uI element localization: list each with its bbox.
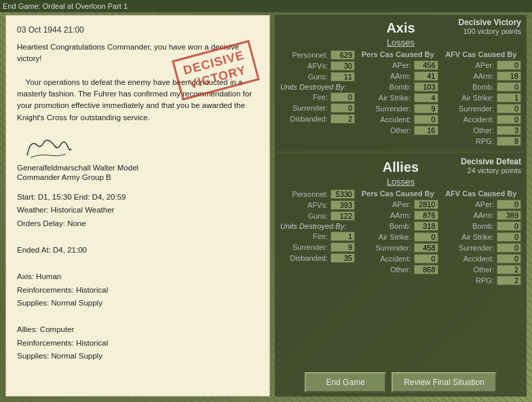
- axis-afv-rpg: RPG: 8: [441, 136, 522, 146]
- axis-afv-bomb: Bomb: 0: [441, 82, 522, 92]
- allies-afvs-value: 393: [330, 200, 355, 210]
- game-ended-at: Ended At: D4, 21:00: [17, 244, 259, 257]
- allies-afv-accident: Accident: 0: [441, 254, 522, 263]
- axis-left-stats: Personnel: 629 AFVs: 30 Guns: 11 Units D…: [280, 50, 355, 147]
- allies-units-destroyed-header: Units Destroyed By:: [280, 222, 355, 230]
- allies-losses-title: Losses: [280, 177, 521, 187]
- axis-afv-other: Other: 3: [441, 126, 522, 135]
- axis-personnel-label: Personnel:: [280, 51, 330, 59]
- allies-disbanded-label: Disbanded:: [280, 254, 330, 262]
- allies-fire-row: Fire: 1: [280, 232, 355, 241]
- axis-disbanded-label: Disbanded:: [280, 115, 330, 123]
- signature-area: Generalfeldmarschall Walter Model Comman…: [17, 132, 259, 181]
- allies-reinf: Reinforcements: Historical: [17, 337, 259, 350]
- axis-guns-label: Guns:: [280, 73, 330, 81]
- allies-defeat-label: Decisive Defeat: [461, 157, 521, 166]
- axis-guns-row: Guns: 11: [280, 72, 355, 81]
- allies-afvs-label: AFVs:: [280, 201, 330, 209]
- end-game-button[interactable]: End Game: [305, 372, 386, 392]
- allies-guns-value: 122: [330, 211, 355, 221]
- axis-afvs-label: AFVs:: [280, 62, 330, 70]
- axis-supply: Supplies: Normal Supply: [17, 297, 259, 310]
- axis-fire-row: Fire: 0: [280, 92, 355, 102]
- axis-pers-other: Other: 16: [358, 126, 438, 135]
- allies-left-stats: Personnel: 5330 AFVs: 393 Guns: 122 Unit…: [280, 189, 355, 287]
- allies-afv-bomb: Bomb: 0: [441, 221, 522, 231]
- axis-fire-label: Fire:: [280, 93, 330, 101]
- game-orders-delay: Orders Delay: None: [17, 217, 259, 231]
- allies-disbanded-value: 35: [330, 253, 355, 263]
- allies-pers-accident: Accident: 0: [358, 254, 438, 263]
- axis-losses-title: Losses: [280, 37, 521, 48]
- allies-fire-value: 1: [330, 232, 355, 241]
- axis-afv-aarm: AArm: 18: [441, 71, 522, 81]
- axis-victory-label: Decisive Victory: [458, 18, 521, 27]
- axis-pers-accident: Accident: 0: [358, 115, 438, 124]
- letter-panel: DECISIVE VICTORY 03 Oct 1944 21:00 Heart…: [5, 15, 270, 397]
- axis-afv-cas-section: AFV Cas Caused By APer: 0 AArm: 18 Bomb:…: [441, 50, 522, 147]
- allies-guns-label: Guns:: [280, 212, 330, 220]
- allies-afv-other: Other: 2: [441, 265, 522, 274]
- signature-name-2: Commander Army Group B: [17, 173, 259, 181]
- bottom-buttons: End Game Review Final Situation: [275, 372, 527, 392]
- game-info: Start: D1, 15:30 End: D4, 20:59 Weather:…: [17, 191, 259, 363]
- allies-pers-surrender: Surrender: 458: [358, 243, 438, 253]
- allies-afv-airstrike: Air Strike: 0: [441, 232, 522, 242]
- signature-name-1: Generalfeldmarschall Walter Model: [17, 164, 259, 172]
- allies-afv-cas-title: AFV Cas Caused By: [441, 189, 522, 198]
- review-final-situation-button[interactable]: Review Final Situation: [392, 372, 497, 392]
- axis-pers-aper: APer: 456: [358, 60, 438, 70]
- axis-afv-accident: Accident: 0: [441, 115, 522, 124]
- axis-afv-aper: APer: 0: [441, 60, 522, 70]
- allies-surrender-value: 9: [330, 242, 355, 252]
- axis-type: Axis: Human: [17, 270, 259, 284]
- axis-reinf: Reinforcements: Historical: [17, 284, 259, 297]
- allies-afv-aper: APer: 0: [441, 200, 522, 209]
- allies-surrender-label: Surrender:: [280, 243, 330, 251]
- allies-pers-aper: APer: 2810: [358, 200, 438, 209]
- allies-pers-bomb: Bomb: 318: [358, 221, 438, 231]
- allies-defeat-info: Decisive Defeat 24 victory points: [461, 157, 521, 175]
- allies-stats-container: Personnel: 5330 AFVs: 393 Guns: 122 Unit…: [280, 189, 521, 287]
- allies-wrapper: Decisive Defeat 24 victory points Allies…: [275, 154, 527, 289]
- axis-afv-airstrike: Air Strike: 1: [441, 93, 522, 103]
- axis-victory-points: 100 victory points: [458, 27, 521, 35]
- axis-stats-container: Personnel: 629 AFVs: 30 Guns: 11 Units D…: [280, 50, 521, 147]
- allies-afvs-row: AFVs: 393: [280, 200, 355, 210]
- allies-guns-row: Guns: 122: [280, 211, 355, 221]
- title-bar: End Game: Ordeal at Overloon Part 1: [0, 0, 532, 12]
- axis-afv-surrender: Surrender: 0: [441, 104, 522, 113]
- title-bar-text: End Game: Ordeal at Overloon Part 1: [3, 2, 128, 10]
- allies-afv-aarm: AArm: 389: [441, 211, 522, 220]
- allies-personnel-value: 5330: [330, 189, 355, 199]
- axis-disbanded-value: 2: [330, 114, 355, 124]
- axis-pers-bomb: Bomb: 103: [358, 82, 438, 92]
- axis-surrender-label: Surrender:: [280, 104, 330, 112]
- axis-units-destroyed-header: Units Destroyed By:: [280, 83, 355, 91]
- allies-personnel-label: Personnel:: [280, 190, 330, 198]
- game-start: Start: D1, 15:30 End: D4, 20:59: [17, 191, 259, 204]
- allies-pers-cas-section: Pers Cas Caused By APer: 2810 AArm: 876 …: [358, 189, 438, 287]
- allies-surrender-row: Surrender: 9: [280, 242, 355, 252]
- allies-pers-cas-title: Pers Cas Caused By: [358, 189, 438, 198]
- game-weather: Weather: Historical Weather: [17, 204, 259, 217]
- axis-guns-value: 11: [330, 72, 355, 81]
- allies-supply: Supplies: Normal Supply: [17, 350, 259, 363]
- allies-disbanded-row: Disbanded: 35: [280, 253, 355, 263]
- allies-pers-airstrike: Air Strike: 0: [358, 232, 438, 242]
- axis-victory-info: Decisive Victory 100 victory points: [458, 18, 521, 35]
- axis-afvs-value: 30: [330, 61, 355, 71]
- allies-type: Allies: Computer: [17, 323, 259, 337]
- axis-afvs-row: AFVs: 30: [280, 61, 355, 71]
- right-panel: Decisive Victory 100 victory points Axis…: [275, 15, 527, 397]
- allies-fire-label: Fire:: [280, 232, 330, 240]
- axis-pers-surrender: Surrender: 9: [358, 104, 438, 113]
- allies-afv-surrender: Surrender: 0: [441, 243, 522, 253]
- axis-surrender-value: 0: [330, 103, 355, 113]
- axis-fire-value: 0: [330, 92, 355, 102]
- allies-afv-cas-section: AFV Cas Caused By APer: 0 AArm: 389 Bomb…: [441, 189, 522, 287]
- section-separator: [275, 151, 527, 153]
- axis-surrender-row: Surrender: 0: [280, 103, 355, 113]
- axis-pers-aarm: AArm: 41: [358, 71, 438, 81]
- axis-personnel-value: 629: [330, 50, 355, 60]
